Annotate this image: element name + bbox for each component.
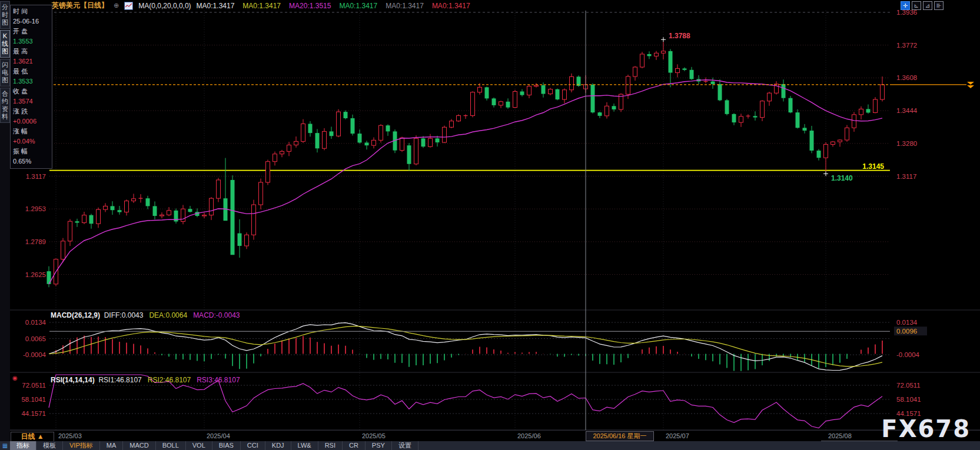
y-axis-right-scale-icon[interactable]: ⊿ [923, 1, 932, 10]
candle-down[interactable] [492, 98, 496, 105]
candle-down[interactable] [89, 215, 94, 224]
candle-up[interactable] [125, 201, 129, 212]
candle-down[interactable] [711, 82, 715, 84]
candle-up[interactable] [443, 127, 447, 142]
candle-down[interactable] [238, 234, 242, 246]
candle-up[interactable] [273, 154, 277, 162]
candle-down[interactable] [118, 210, 122, 212]
toolbar-item-VIP指标[interactable]: VIP指标 [63, 441, 100, 450]
candle-down[interactable] [782, 84, 786, 98]
candle-down[interactable] [866, 109, 871, 112]
candle-up[interactable] [605, 106, 609, 116]
toolbar-item-BIAS[interactable]: BIAS [212, 441, 241, 450]
candle-down[interactable] [598, 112, 602, 116]
candle-up[interactable] [266, 162, 270, 182]
sidebar-tab-分时图[interactable]: 分时图 [0, 1, 10, 29]
candle-down[interactable] [365, 142, 369, 145]
toolbar-item-模板[interactable]: 模板 [36, 441, 63, 450]
candle-up[interactable] [61, 241, 65, 259]
candle-down[interactable] [231, 180, 235, 255]
candle-up[interactable] [513, 91, 517, 107]
toolbar-item-MACD[interactable]: MACD [123, 441, 155, 450]
candle-up[interactable] [400, 138, 404, 150]
toolbar-item-MA[interactable]: MA [100, 441, 124, 450]
candle-up[interactable] [337, 112, 341, 136]
candle-up[interactable] [549, 89, 553, 94]
crosshair-icon[interactable]: ✛ [901, 1, 910, 10]
candle-up[interactable] [655, 53, 659, 56]
candle-up[interactable] [414, 138, 418, 164]
candle-down[interactable] [753, 116, 758, 117]
candle-up[interactable] [662, 51, 666, 53]
candle-down[interactable] [315, 133, 320, 148]
candle-up[interactable] [838, 140, 842, 142]
candle-down[interactable] [591, 85, 595, 112]
candle-down[interactable] [407, 145, 411, 164]
toolbar-item-RSI[interactable]: RSI [318, 441, 343, 450]
candle-down[interactable] [358, 134, 362, 142]
candle-up[interactable] [428, 138, 433, 146]
candle-up[interactable] [873, 99, 878, 112]
candle-down[interactable] [683, 68, 687, 69]
sidebar-tab-合约资料[interactable]: 合约资料 [0, 88, 10, 123]
candle-up[interactable] [379, 125, 383, 140]
candle-up[interactable] [301, 124, 305, 141]
candle-down[interactable] [111, 206, 115, 210]
sidebar-tab-K线图[interactable]: K线图 [0, 30, 10, 58]
candle-up[interactable] [97, 209, 101, 224]
candle-up[interactable] [527, 86, 531, 95]
candle-up[interactable] [181, 209, 185, 221]
candle-down[interactable] [612, 106, 616, 109]
toolbar-item-KDJ[interactable]: KDJ [265, 441, 291, 450]
candle-up[interactable] [859, 109, 863, 115]
candle-up[interactable] [852, 115, 856, 128]
toolbar-item-CCI[interactable]: CCI [241, 441, 265, 450]
candle-up[interactable] [287, 145, 291, 151]
candle-down[interactable] [308, 124, 313, 133]
candle-up[interactable] [280, 151, 284, 154]
candle-down[interactable] [188, 209, 192, 212]
candle-down[interactable] [690, 70, 694, 79]
candle-up[interactable] [132, 199, 136, 201]
sidebar-tab-闪电图[interactable]: 闪电图 [0, 59, 10, 86]
candle-up[interactable] [104, 206, 108, 209]
alarm-icon[interactable]: ◉ [12, 375, 18, 381]
candle-up[interactable] [534, 85, 539, 86]
candle-up[interactable] [471, 92, 475, 116]
panel-layout-icon[interactable]: ⊪ [934, 1, 944, 10]
candle-down[interactable] [803, 128, 807, 131]
candle-down[interactable] [556, 89, 560, 99]
candle-up[interactable] [210, 198, 214, 215]
toolbar-item-PSY[interactable]: PSY [366, 441, 392, 450]
candle-up[interactable] [252, 205, 256, 235]
candle-down[interactable] [647, 54, 652, 56]
candle-up[interactable] [450, 121, 454, 128]
candle-down[interactable] [485, 87, 489, 98]
candle-down[interactable] [542, 85, 546, 94]
candle-down[interactable] [520, 91, 524, 95]
add-overlay-icon[interactable]: ⊕ [114, 2, 119, 9]
candle-up[interactable] [563, 90, 567, 99]
layout-grid-icon[interactable]: ▦ [0, 441, 10, 450]
candle-up[interactable] [202, 215, 207, 216]
candle-down[interactable] [146, 198, 150, 206]
candle-up[interactable] [881, 85, 885, 99]
candle-up[interactable] [82, 215, 87, 223]
candle-up[interactable] [640, 54, 645, 67]
candle-up[interactable] [739, 116, 743, 122]
toolbar-item-LW&[interactable]: LW& [291, 441, 318, 450]
candle-up[interactable] [259, 182, 263, 205]
candle-up[interactable] [768, 93, 772, 101]
candle-up[interactable] [372, 140, 376, 145]
candle-down[interactable] [75, 221, 79, 222]
candle-up[interactable] [633, 67, 637, 76]
candle-down[interactable] [725, 100, 729, 114]
candle-down[interactable] [506, 102, 510, 108]
candle-down[interactable] [421, 138, 426, 146]
y-axis-left-scale-icon[interactable]: ⊾ [912, 1, 921, 10]
candle-up[interactable] [217, 180, 221, 198]
toolbar-item-指标[interactable]: 指标 [10, 441, 36, 450]
candle-down[interactable] [810, 131, 814, 151]
candle-up[interactable] [245, 235, 249, 246]
candle-up[interactable] [457, 116, 461, 121]
